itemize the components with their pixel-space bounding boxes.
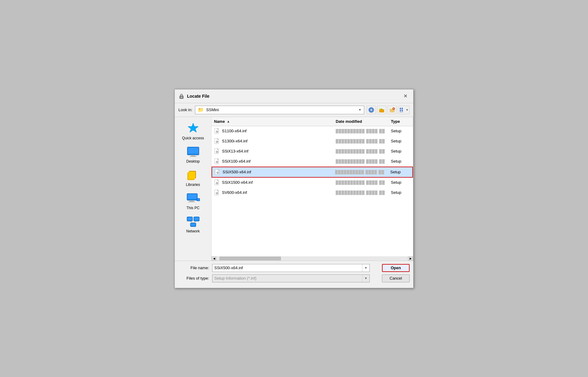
svg-marker-14 xyxy=(188,123,198,132)
sidebar-item-network[interactable]: Network xyxy=(176,214,210,236)
svg-rect-17 xyxy=(191,155,195,156)
file-row[interactable]: S1300i-x64.inf██████████ ████ ██Setup xyxy=(212,136,413,146)
cancel-button[interactable]: Cancel xyxy=(382,274,410,282)
file-icon xyxy=(214,128,220,134)
file-icon xyxy=(214,158,220,164)
chevron-down-icon: ▼ xyxy=(358,108,361,111)
toolbar-buttons: ▼ xyxy=(367,106,410,114)
file-row[interactable]: S1100-x64.inf██████████ ████ ██Setup xyxy=(212,126,413,136)
file-icon xyxy=(215,169,221,175)
file-type: Setup xyxy=(388,179,413,185)
file-name-row: File name: ▼ Open xyxy=(178,264,410,272)
file-panel: Name ∧ Date modified Type S1100-x64.inf█… xyxy=(212,117,413,261)
views-dropdown-arrow: ▼ xyxy=(406,108,409,111)
file-type: Setup xyxy=(388,148,413,154)
file-date: ██████████ ████ ██ xyxy=(333,128,388,134)
file-row[interactable]: SV600-x64.inf██████████ ████ ██Setup xyxy=(212,188,413,198)
up-folder-button[interactable] xyxy=(377,106,386,114)
svg-rect-11 xyxy=(402,110,403,111)
svg-point-1 xyxy=(181,97,182,98)
desktop-icon xyxy=(187,146,200,157)
folder-icon: 📁 xyxy=(198,107,204,113)
title-bar-left: Locate File xyxy=(178,93,209,99)
libraries-icon xyxy=(187,170,200,181)
svg-rect-32 xyxy=(194,217,199,220)
file-row[interactable]: SSiX100-x64.inf██████████ ████ ██Setup xyxy=(212,156,413,167)
back-button[interactable] xyxy=(367,106,376,114)
files-of-type-row: Files of type: ▼ Cancel xyxy=(178,274,410,282)
files-of-type-label: Files of type: xyxy=(178,276,209,281)
col-type-header[interactable]: Type xyxy=(388,118,413,125)
file-name-input-wrap: ▼ xyxy=(212,264,370,272)
file-date: ██████████ ████ ██ xyxy=(333,190,388,195)
sidebar-item-desktop[interactable]: Desktop xyxy=(176,144,210,166)
scroll-right-button[interactable]: ▶ xyxy=(408,256,413,261)
file-icon xyxy=(214,190,220,196)
sidebar-item-desktop-label: Desktop xyxy=(186,159,200,164)
toolbar: Look in: 📁 SSMini ▼ xyxy=(175,103,413,117)
svg-rect-30 xyxy=(188,217,192,220)
file-row[interactable]: SSiX500-x64.inf██████████ ████ ██Setup xyxy=(212,167,413,178)
file-type: Setup xyxy=(388,158,413,164)
svg-rect-18 xyxy=(190,156,197,157)
svg-rect-34 xyxy=(191,224,195,226)
views-button[interactable]: ▼ xyxy=(398,106,410,114)
scroll-track xyxy=(216,256,408,261)
file-icon xyxy=(214,179,220,186)
files-of-type-chevron-icon[interactable]: ▼ xyxy=(362,275,369,282)
svg-line-35 xyxy=(190,221,193,223)
horizontal-scrollbar[interactable]: ◀ ▶ xyxy=(212,256,413,261)
file-date: ██████████ ████ ██ xyxy=(333,158,388,164)
file-list: S1100-x64.inf██████████ ████ ██Setup S13… xyxy=(212,126,413,256)
file-date: ██████████ ████ ██ xyxy=(333,138,388,144)
svg-rect-26 xyxy=(188,202,195,202)
file-name: SSiX100-x64.inf xyxy=(222,159,250,164)
close-button[interactable]: ✕ xyxy=(401,92,410,100)
svg-rect-16 xyxy=(188,148,198,154)
file-icon xyxy=(214,138,220,144)
open-button[interactable]: Open xyxy=(382,264,410,272)
bottom-area: File name: ▼ Open Files of type: ▼ Cance… xyxy=(175,261,413,288)
new-folder-button[interactable] xyxy=(388,106,397,114)
file-type: Setup xyxy=(388,128,413,134)
sidebar-item-network-label: Network xyxy=(186,229,200,233)
col-date-header[interactable]: Date modified xyxy=(333,118,388,125)
dialog-title: Locate File xyxy=(187,94,209,99)
look-in-value: SSMini xyxy=(206,107,356,112)
svg-rect-9 xyxy=(402,108,403,109)
file-row[interactable]: SSiX13-x64.inf██████████ ████ ██Setup xyxy=(212,146,413,156)
col-name-header[interactable]: Name ∧ xyxy=(212,118,333,125)
file-name: SSiX500-x64.inf xyxy=(223,170,251,174)
scroll-thumb[interactable] xyxy=(220,257,281,260)
file-name-label: File name: xyxy=(178,266,209,270)
sidebar-item-quick-access[interactable]: Quick access xyxy=(176,119,210,143)
look-in-select[interactable]: 📁 SSMini ▼ xyxy=(195,106,364,114)
cancel-button-col: Cancel xyxy=(373,274,410,282)
scroll-left-button[interactable]: ◀ xyxy=(212,256,216,261)
file-type: Setup xyxy=(388,138,413,144)
file-name: SSiX1500-x64.inf xyxy=(222,180,253,185)
sidebar-item-libraries[interactable]: Libraries xyxy=(176,167,210,189)
file-name-input[interactable] xyxy=(212,265,362,271)
file-list-header: Name ∧ Date modified Type xyxy=(212,117,413,126)
files-of-type-wrap: ▼ xyxy=(212,274,370,282)
file-icon xyxy=(214,148,220,154)
svg-rect-22 xyxy=(189,172,195,179)
content-area: Quick access Desktop xyxy=(175,117,413,261)
sidebar-item-quick-access-label: Quick access xyxy=(182,136,204,140)
svg-line-36 xyxy=(193,221,197,223)
file-row[interactable]: SSiX1500-x64.inf██████████ ████ ██Setup xyxy=(212,178,413,188)
svg-rect-10 xyxy=(400,110,401,111)
this-pc-icon xyxy=(186,193,200,204)
file-date: ██████████ ████ ██ xyxy=(333,148,388,154)
file-name: S1300i-x64.inf xyxy=(222,139,247,143)
title-bar: Locate File ✕ xyxy=(175,89,413,103)
file-name-chevron-icon[interactable]: ▼ xyxy=(362,264,369,272)
sidebar-item-this-pc[interactable]: This PC xyxy=(176,190,210,213)
network-icon xyxy=(186,216,200,227)
sort-arrow-icon: ∧ xyxy=(227,120,229,123)
file-type: Setup xyxy=(388,190,413,195)
svg-rect-13 xyxy=(402,111,403,112)
new-folder-icon xyxy=(389,107,395,113)
sidebar-item-this-pc-label: This PC xyxy=(186,206,200,210)
